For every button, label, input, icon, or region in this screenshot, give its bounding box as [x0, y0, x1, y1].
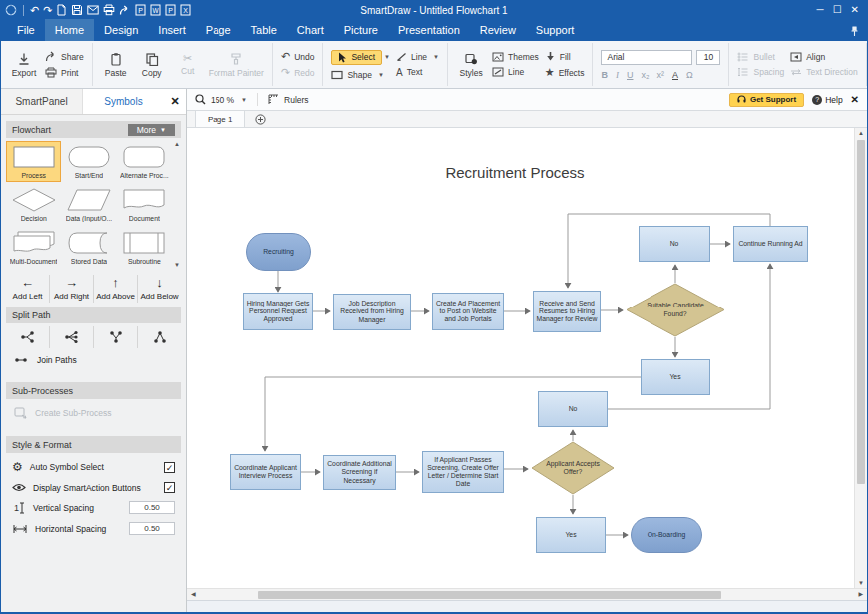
page-tab-1[interactable]: Page 1	[195, 111, 245, 127]
undo-button[interactable]: ↶ Undo	[281, 51, 315, 62]
node-job-description[interactable]: Job Description Received from Hiring Man…	[333, 294, 411, 330]
node-hiring-request[interactable]: Hiring Manager Gets Personnel Request Ap…	[243, 293, 313, 330]
select-dropdown-caret[interactable]: ▼	[384, 54, 390, 60]
add-below-button[interactable]: ↓ Add Below	[137, 275, 181, 303]
vertical-scroll-thumb[interactable]	[857, 140, 865, 484]
pdf-document-icon[interactable]: P	[135, 4, 146, 16]
symbol-stored-data[interactable]: Stored Data	[61, 227, 116, 268]
node-create-ad[interactable]: Create Ad Placement to Post on Website a…	[432, 293, 504, 330]
fill-button[interactable]: Fill	[545, 51, 585, 62]
superscript-button[interactable]: x²	[656, 70, 664, 80]
add-page-button[interactable]	[255, 111, 266, 127]
more-symbols-button[interactable]: More▼	[128, 124, 175, 136]
node-applicant-accepts[interactable]: Applicant Accepts Offer?	[531, 441, 615, 495]
scroll-up-icon[interactable]: ▲	[174, 141, 180, 147]
drawing-area[interactable]: Recruitment Process	[187, 128, 854, 588]
scroll-right-arrow-icon[interactable]: ▶	[858, 590, 863, 597]
split-two-right-button[interactable]	[6, 326, 49, 348]
symbol-process[interactable]: Process	[6, 141, 61, 182]
text-tool-button[interactable]: A Text	[396, 67, 439, 78]
align-button[interactable]: Align	[790, 52, 858, 62]
scroll-left-arrow-icon[interactable]: ◀	[191, 590, 196, 597]
export-share-icon[interactable]	[119, 5, 131, 16]
menu-table[interactable]: Table	[241, 19, 287, 41]
font-name-input[interactable]: Arial	[601, 50, 692, 65]
menu-review[interactable]: Review	[470, 19, 526, 41]
scroll-down-icon[interactable]: ▼	[174, 262, 180, 268]
export-button[interactable]: Export	[9, 52, 39, 78]
vertical-scrollbar[interactable]: ▲ ▼	[854, 128, 867, 588]
zoom-dropdown-caret[interactable]: ▼	[241, 97, 247, 103]
paste-button[interactable]: Paste	[101, 52, 131, 78]
symbol-alternate-process[interactable]: Alternate Proc...	[117, 141, 172, 182]
powerpoint-document-icon[interactable]: P	[165, 4, 176, 16]
node-continue-ad[interactable]: Continue Running Ad	[733, 226, 808, 262]
copy-button[interactable]: Copy	[137, 52, 167, 78]
pin-ribbon-icon[interactable]	[850, 23, 859, 41]
new-document-icon[interactable]	[56, 4, 67, 16]
line-style-button[interactable]: Line	[492, 67, 539, 77]
tab-symbols[interactable]: Symbols	[83, 89, 164, 114]
node-no-suitable[interactable]: No	[639, 226, 710, 262]
node-receive-resumes[interactable]: Receive and Send Resumes to Hiring Manag…	[533, 291, 601, 332]
add-above-button[interactable]: ↑ Add Above	[93, 275, 137, 303]
node-offer-letter[interactable]: If Applicant Passes Screening, Create Of…	[422, 451, 504, 493]
menu-presentation[interactable]: Presentation	[388, 19, 470, 41]
close-button[interactable]: ✕	[851, 5, 859, 15]
scroll-down-arrow-icon[interactable]: ▼	[855, 580, 867, 586]
italic-button[interactable]: I	[616, 70, 619, 80]
horizontal-scrollbar[interactable]: ◀ ▶	[187, 588, 867, 600]
symbol-start-end[interactable]: Start/End	[61, 141, 116, 182]
auto-symbol-select-checkbox[interactable]: ✓	[164, 462, 175, 473]
node-coordinate-interview[interactable]: Coordinate Applicant Interview Process	[230, 454, 301, 490]
symbol-subroutine[interactable]: Subroutine	[117, 227, 172, 268]
menu-file[interactable]: File	[7, 19, 45, 41]
node-yes-accepts[interactable]: Yes	[536, 517, 606, 553]
split-three-right-button[interactable]	[49, 326, 93, 348]
bold-button[interactable]: B	[601, 70, 608, 80]
vertical-spacing-input[interactable]: 0.50	[129, 501, 175, 514]
symbol-multi-document[interactable]: Multi-Document	[6, 227, 61, 268]
node-suitable-candidate[interactable]: Suitable Candidate Found?	[626, 283, 725, 337]
menu-insert[interactable]: Insert	[148, 19, 196, 41]
menu-home[interactable]: Home	[45, 19, 94, 41]
symbol-data[interactable]: Data (Input/O...	[61, 184, 116, 225]
node-yes-suitable[interactable]: Yes	[641, 359, 710, 395]
zoom-level[interactable]: 150 %	[211, 95, 234, 105]
print-button[interactable]: Print	[45, 67, 84, 78]
split-two-below-button[interactable]	[93, 326, 137, 348]
subscript-button[interactable]: x₂	[641, 70, 649, 80]
font-color-button[interactable]: A	[672, 70, 678, 80]
node-recruiting[interactable]: Recruiting	[246, 233, 311, 271]
shape-tool-button[interactable]: Shape ▼	[331, 70, 390, 80]
tab-smartpanel[interactable]: SmartPanel	[1, 89, 83, 114]
get-support-button[interactable]: Get Support	[729, 93, 804, 107]
horizontal-spacing-input[interactable]: 0.50	[129, 522, 175, 535]
add-right-button[interactable]: → Add Right	[49, 275, 93, 303]
menu-page[interactable]: Page	[196, 19, 241, 41]
split-branch-down-button[interactable]	[137, 326, 181, 348]
panel-close-icon[interactable]: ✕	[164, 89, 186, 114]
save-icon[interactable]	[71, 4, 83, 16]
font-size-input[interactable]: 10	[696, 50, 720, 65]
excel-document-icon[interactable]: X	[180, 4, 191, 16]
menu-design[interactable]: Design	[94, 19, 148, 41]
canvas-close-icon[interactable]: ✕	[851, 94, 859, 105]
share-button[interactable]: Share	[45, 51, 84, 62]
symbol-decision[interactable]: Decision	[6, 184, 61, 225]
maximize-button[interactable]: ☐	[833, 5, 842, 15]
minimize-button[interactable]: ─	[817, 5, 824, 15]
effects-button[interactable]: ★ Effects	[545, 67, 585, 78]
menu-chart[interactable]: Chart	[287, 19, 334, 41]
symbol-scrollbar[interactable]: ▲ ▼	[173, 141, 181, 268]
themes-button[interactable]: Themes	[492, 52, 539, 62]
rulers-toggle[interactable]: Rulers	[284, 95, 309, 105]
flowchart-title[interactable]: Recruitment Process	[415, 164, 615, 181]
add-left-button[interactable]: ← Add Left	[6, 275, 49, 303]
word-document-icon[interactable]: W	[150, 4, 161, 16]
join-paths-button[interactable]: Join Paths	[6, 350, 181, 370]
email-icon[interactable]	[87, 5, 99, 15]
node-onboarding[interactable]: On-Boarding	[631, 517, 702, 553]
quick-undo-icon[interactable]: ↶	[30, 5, 39, 16]
insert-symbol-button[interactable]: Ω	[686, 70, 693, 80]
